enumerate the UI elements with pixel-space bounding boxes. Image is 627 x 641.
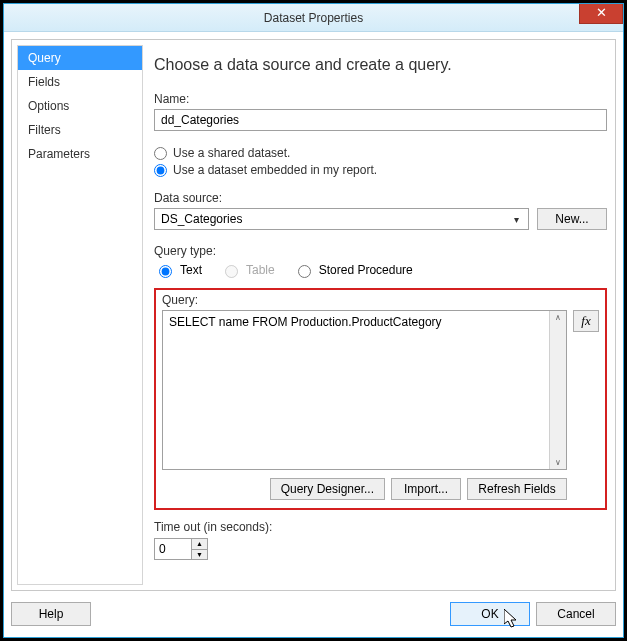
help-button[interactable]: Help [11,602,91,626]
dialog-body: Query Fields Options Filters Parameters … [11,39,616,591]
query-type-group: Text Table Stored Procedure [154,262,607,278]
spinner-down-button[interactable]: ▼ [192,550,207,560]
sidebar-item-query[interactable]: Query [18,46,142,70]
radio-shared-input[interactable] [154,147,167,160]
content-panel: Choose a data source and create a query.… [154,48,607,582]
sidebar-item-parameters[interactable]: Parameters [18,142,142,166]
radio-qtype-stored-procedure[interactable]: Stored Procedure [293,262,413,278]
radio-embedded-input[interactable] [154,164,167,177]
close-button[interactable]: ✕ [579,4,623,24]
refresh-fields-button[interactable]: Refresh Fields [467,478,567,500]
timeout-spinner[interactable]: ▲ ▼ [154,538,208,560]
query-text-wrap: ∧ ∨ [162,310,567,470]
query-textarea[interactable] [163,311,549,469]
timeout-input[interactable] [155,539,191,559]
radio-qtype-table: Table [220,262,275,278]
dialog-window: Dataset Properties ✕ Query Fields Option… [3,3,624,638]
query-highlight-box: Query: ∧ ∨ fx Query Designer... [154,288,607,510]
name-label: Name: [154,92,607,106]
name-input[interactable] [154,109,607,131]
radio-qtype-text[interactable]: Text [154,262,202,278]
sidebar-item-options[interactable]: Options [18,94,142,118]
query-designer-button[interactable]: Query Designer... [270,478,385,500]
radio-embedded-dataset[interactable]: Use a dataset embedded in my report. [154,163,607,177]
close-icon: ✕ [596,5,607,20]
radio-shared-dataset[interactable]: Use a shared dataset. [154,146,607,160]
data-source-select[interactable]: DS_Categories ▾ [154,208,529,230]
scroll-up-icon[interactable]: ∧ [555,313,561,322]
query-label: Query: [162,293,599,307]
radio-embedded-label: Use a dataset embedded in my report. [173,163,377,177]
sidebar-item-fields[interactable]: Fields [18,70,142,94]
data-source-value: DS_Categories [161,212,242,226]
sidebar-item-filters[interactable]: Filters [18,118,142,142]
ok-button[interactable]: OK [450,602,530,626]
expression-button[interactable]: fx [573,310,599,332]
chevron-down-icon: ▾ [508,211,524,227]
query-type-label: Query type: [154,244,607,258]
page-heading: Choose a data source and create a query. [154,56,607,74]
fx-icon: fx [581,313,590,329]
footer-bar: Help OK Cancel [11,599,616,629]
scroll-down-icon[interactable]: ∨ [555,458,561,467]
cancel-button[interactable]: Cancel [536,602,616,626]
titlebar: Dataset Properties ✕ [4,4,623,32]
spinner-up-button[interactable]: ▲ [192,539,207,550]
data-source-label: Data source: [154,191,607,205]
window-title: Dataset Properties [264,11,363,25]
sidebar: Query Fields Options Filters Parameters [17,45,143,585]
timeout-label: Time out (in seconds): [154,520,607,534]
scrollbar[interactable]: ∧ ∨ [549,311,566,469]
new-data-source-button[interactable]: New... [537,208,607,230]
import-button[interactable]: Import... [391,478,461,500]
radio-shared-label: Use a shared dataset. [173,146,290,160]
